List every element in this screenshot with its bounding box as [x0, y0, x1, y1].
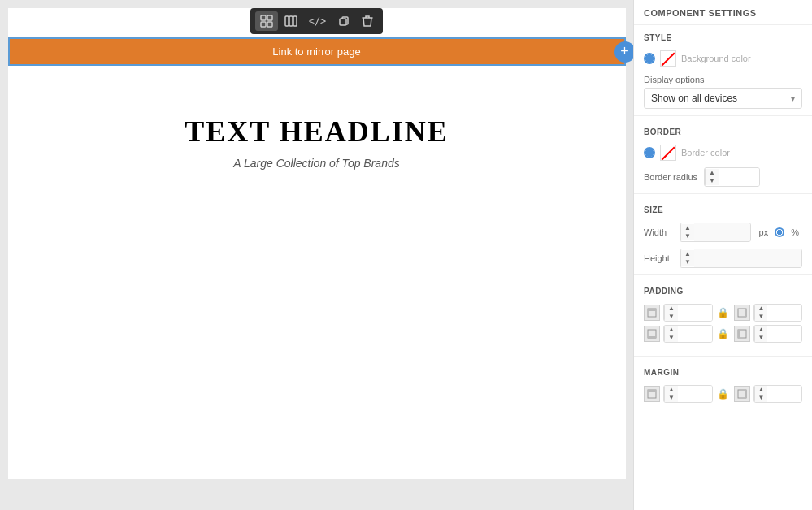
margin-top-up[interactable]: ▲ [665, 386, 678, 394]
border-radius-input[interactable]: 0 [719, 168, 759, 186]
mirror-link-component[interactable]: Link to mirror page + [8, 37, 626, 66]
svg-rect-4 [285, 16, 289, 26]
padding-left-input-wrap: ▲ ▼ 0 [753, 325, 803, 343]
layout-button[interactable] [255, 11, 278, 31]
right-panel: COMPONENT SETTINGS STYLE Background colo… [633, 0, 812, 510]
add-section-button[interactable]: + [614, 41, 634, 63]
height-up[interactable]: ▲ [681, 250, 694, 258]
bg-color-label: Background color [681, 54, 751, 63]
padding-right-down[interactable]: ▼ [755, 313, 768, 321]
width-up[interactable]: ▲ [681, 224, 694, 232]
padding-bottom-up[interactable]: ▲ [665, 326, 678, 334]
svg-rect-15 [738, 330, 740, 338]
height-spinners: ▲ ▼ [680, 250, 694, 266]
style-section-label: STYLE [634, 25, 812, 47]
padding-bottom-icon [644, 326, 660, 342]
padding-bottom-down[interactable]: ▼ [665, 334, 678, 342]
margin-right-spinners: ▲ ▼ [754, 386, 768, 402]
margin-section-label: MARGIN [634, 360, 812, 382]
border-radius-down[interactable]: ▼ [706, 177, 719, 185]
padding-right-up[interactable]: ▲ [755, 305, 768, 313]
padding-lock-icon-2[interactable]: 🔒 [716, 326, 731, 341]
height-down[interactable]: ▼ [681, 258, 694, 266]
svg-rect-6 [293, 16, 297, 26]
padding-right-spinners: ▲ ▼ [754, 305, 768, 321]
width-input-wrap: ▲ ▼ auto [680, 223, 751, 242]
px-unit-radio[interactable] [775, 227, 784, 237]
padding-left-up[interactable]: ▲ [755, 326, 768, 334]
border-color-label: Border color [681, 148, 730, 158]
headline-text: TEXT HEADLINE [24, 115, 610, 149]
padding-bottom-input[interactable]: 0 [678, 326, 712, 342]
border-radius-spinners: ▲ ▼ [705, 169, 719, 185]
padding-top-input[interactable]: 0 [678, 305, 712, 321]
svg-rect-2 [261, 22, 266, 27]
svg-rect-3 [267, 22, 272, 27]
padding-top-input-wrap: ▲ ▼ 0 [663, 304, 713, 322]
border-radius-row: Border radius ▲ ▼ 0 [634, 164, 812, 190]
height-input-wrap: ▲ ▼ auto [680, 249, 802, 268]
border-color-row: Border color [634, 141, 812, 164]
margin-right-input[interactable]: 0 [767, 386, 801, 402]
svg-rect-17 [648, 390, 656, 392]
padding-lock-icon[interactable]: 🔒 [716, 305, 731, 320]
padding-left-icon [734, 326, 750, 342]
margin-right-down[interactable]: ▼ [755, 394, 768, 402]
subtitle-text: A Large Collection of Top Brands [24, 157, 610, 170]
padding-bottom-input-wrap: ▲ ▼ 0 [663, 325, 713, 343]
canvas-area: </> Link to mirror page [0, 0, 633, 510]
display-options-dropdown[interactable]: Show on all devices ▾ [644, 88, 802, 109]
padding-section-label: PADDING [634, 279, 812, 300]
border-color-swatch[interactable] [660, 145, 676, 161]
content-section: TEXT HEADLINE A Large Collection of Top … [8, 66, 626, 186]
width-input[interactable]: auto [694, 223, 750, 241]
padding-bottom-row: ▲ ▼ 0 🔒 ▲ ▼ 0 [644, 325, 802, 343]
padding-right-input[interactable]: 0 [767, 305, 801, 321]
percent-unit-label: % [788, 226, 802, 239]
padding-left-spinners: ▲ ▼ [754, 326, 768, 342]
svg-rect-7 [340, 19, 346, 25]
bg-color-radio[interactable] [644, 53, 655, 64]
display-options-label: Display options [634, 70, 812, 88]
margin-lock-icon[interactable]: 🔒 [716, 387, 731, 401]
padding-right-input-wrap: ▲ ▼ 0 [753, 304, 803, 322]
svg-rect-5 [289, 16, 293, 26]
width-unit-selector: px % [756, 226, 802, 239]
margin-top-input-wrap: ▲ ▼ 0 [663, 385, 713, 403]
bg-color-swatch[interactable] [660, 50, 676, 67]
border-radius-up[interactable]: ▲ [706, 169, 719, 177]
columns-button[interactable] [280, 11, 302, 31]
border-radius-label: Border radius [644, 172, 697, 182]
height-row: Height ▲ ▼ auto [634, 245, 812, 271]
border-color-radio[interactable] [644, 147, 655, 158]
padding-bottom-spinners: ▲ ▼ [664, 326, 678, 342]
border-radius-input-wrap: ▲ ▼ 0 [704, 167, 760, 187]
margin-right-input-wrap: ▲ ▼ 0 [753, 385, 803, 403]
code-button[interactable]: </> [304, 12, 332, 30]
svg-rect-9 [648, 309, 656, 311]
padding-left-down[interactable]: ▼ [755, 334, 768, 342]
padding-margin-divider [634, 356, 812, 357]
margin-top-input[interactable]: 0 [678, 386, 712, 402]
svg-rect-0 [261, 15, 266, 20]
svg-rect-11 [745, 309, 747, 317]
width-down[interactable]: ▼ [681, 232, 694, 240]
margin-top-row: ▲ ▼ 0 🔒 ▲ ▼ 0 [644, 385, 802, 403]
svg-rect-19 [745, 390, 747, 398]
px-unit-label: px [756, 226, 772, 239]
padding-left-input[interactable]: 0 [767, 326, 801, 342]
canvas-toolbar-wrapper: </> Link to mirror page [8, 8, 626, 66]
padding-top-row: ▲ ▼ 0 🔒 ▲ ▼ 0 [644, 304, 802, 322]
delete-button[interactable] [357, 11, 378, 31]
mirror-link-bar: Link to mirror page [10, 39, 624, 64]
padding-top-up[interactable]: ▲ [665, 305, 678, 313]
margin-top-down[interactable]: ▼ [665, 394, 678, 402]
height-input[interactable]: auto [694, 249, 801, 267]
margin-right-up[interactable]: ▲ [755, 386, 768, 394]
size-section-label: SIZE [634, 197, 812, 219]
padding-top-down[interactable]: ▼ [665, 313, 678, 321]
margin-top-icon [644, 386, 660, 402]
duplicate-button[interactable] [332, 11, 355, 31]
margin-right-icon [734, 386, 750, 402]
size-padding-divider [634, 274, 812, 275]
